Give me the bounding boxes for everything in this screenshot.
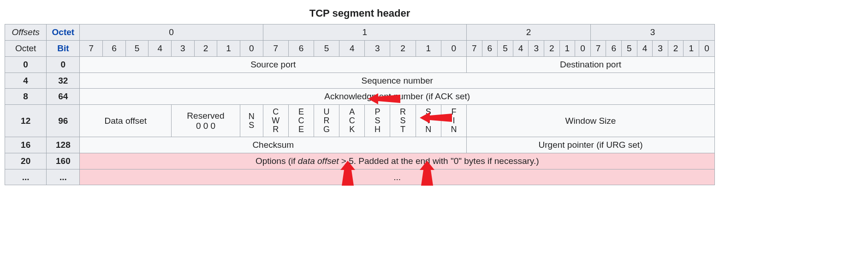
row-12: 12 96 Data offset Reserved 0 0 0 NS CWR … bbox=[5, 105, 715, 137]
flag-ece: ECE bbox=[288, 105, 314, 137]
tcp-header-table: TCP segment header Offsets Octet 0 1 2 3… bbox=[5, 5, 715, 185]
options-text-em: data offset bbox=[298, 156, 339, 166]
bit-col: 6 bbox=[103, 40, 126, 56]
octet-offset: ... bbox=[5, 169, 47, 185]
hdr-bit-link: Bit bbox=[47, 40, 80, 56]
bit-col: 2 bbox=[390, 40, 416, 56]
hdr-octet-0: 0 bbox=[80, 24, 263, 41]
octet-offset: 16 bbox=[5, 137, 47, 153]
field-sequence-number: Sequence number bbox=[80, 73, 715, 89]
bit-col: 2 bbox=[668, 40, 684, 56]
bit-offset: 32 bbox=[47, 73, 80, 89]
row-8: 8 64 Acknowledgment number (if ACK set) bbox=[5, 89, 715, 105]
hdr-octet: Octet bbox=[5, 40, 47, 56]
row-16: 16 128 Checksum Urgent pointer (if URG s… bbox=[5, 137, 715, 153]
field-options-cont: ... bbox=[80, 169, 715, 185]
bit-col: 0 bbox=[699, 40, 715, 56]
bit-col: 5 bbox=[622, 40, 637, 56]
field-urgent-pointer: Urgent pointer (if URG set) bbox=[467, 137, 715, 153]
flag-syn: SYN bbox=[416, 105, 441, 137]
bit-offset: 160 bbox=[47, 153, 80, 169]
reserved-label: Reserved bbox=[172, 111, 239, 121]
flag-cwr: CWR bbox=[263, 105, 288, 137]
bit-col: 7 bbox=[467, 40, 482, 56]
bit-col: 3 bbox=[365, 40, 390, 56]
hdr-octet-3: 3 bbox=[590, 24, 714, 41]
bit-offset: 64 bbox=[47, 89, 80, 105]
bit-col: 4 bbox=[339, 40, 365, 56]
field-source-port: Source port bbox=[80, 56, 467, 73]
row-20: 20 160 Options (if data offset > 5. Padd… bbox=[5, 153, 715, 169]
bit-col: 0 bbox=[441, 40, 466, 56]
row-4: 4 32 Sequence number bbox=[5, 73, 715, 89]
bit-col: 7 bbox=[80, 40, 103, 56]
bit-col: 5 bbox=[125, 40, 149, 56]
bit-col: 2 bbox=[194, 40, 217, 56]
bit-col: 3 bbox=[529, 40, 544, 56]
octet-offset: 4 bbox=[5, 73, 47, 89]
row-0: 0 0 Source port Destination port bbox=[5, 56, 715, 73]
header-row-1: Offsets Octet 0 1 2 3 bbox=[5, 24, 715, 41]
flag-fin: FIN bbox=[441, 105, 466, 137]
tcp-header-diagram: TCP segment header Offsets Octet 0 1 2 3… bbox=[5, 5, 715, 185]
bit-col: 2 bbox=[544, 40, 559, 56]
reserved-bits: 0 0 0 bbox=[172, 121, 239, 131]
octet-offset: 8 bbox=[5, 89, 47, 105]
bit-link[interactable]: Bit bbox=[57, 43, 69, 53]
bit-offset: ... bbox=[47, 169, 80, 185]
field-data-offset: Data offset bbox=[80, 105, 172, 137]
field-options: Options (if data offset > 5. Padded at t… bbox=[80, 153, 715, 169]
octet-offset: 20 bbox=[5, 153, 47, 169]
bit-col: 1 bbox=[559, 40, 575, 56]
bit-col: 6 bbox=[288, 40, 314, 56]
octet-offset: 0 bbox=[5, 56, 47, 73]
header-row-2: Octet Bit 7 6 5 4 3 2 1 0 7 6 5 4 3 2 1 … bbox=[5, 40, 715, 56]
bit-col: 4 bbox=[513, 40, 529, 56]
hdr-offsets: Offsets bbox=[5, 24, 47, 41]
bit-col: 5 bbox=[314, 40, 339, 56]
bit-col: 6 bbox=[606, 40, 622, 56]
bit-offset: 128 bbox=[47, 137, 80, 153]
bit-col: 5 bbox=[498, 40, 513, 56]
field-destination-port: Destination port bbox=[467, 56, 715, 73]
field-reserved: Reserved 0 0 0 bbox=[172, 105, 240, 137]
bit-col: 3 bbox=[172, 40, 195, 56]
flag-psh: PSH bbox=[365, 105, 390, 137]
octet-link[interactable]: Octet bbox=[52, 27, 75, 37]
bit-offset: 96 bbox=[47, 105, 80, 137]
hdr-octet-1: 1 bbox=[263, 24, 466, 41]
bit-col: 1 bbox=[217, 40, 240, 56]
bit-col: 1 bbox=[416, 40, 441, 56]
bit-col: 4 bbox=[149, 40, 172, 56]
table-caption: TCP segment header bbox=[5, 5, 715, 24]
bit-col: 7 bbox=[263, 40, 288, 56]
options-text-post: > 5. Padded at the end with "0" bytes if… bbox=[339, 156, 539, 166]
field-ack-number: Acknowledgment number (if ACK set) bbox=[80, 89, 715, 105]
hdr-octet-2: 2 bbox=[467, 24, 591, 41]
hdr-octet-link: Octet bbox=[47, 24, 80, 41]
flag-ack: ACK bbox=[339, 105, 365, 137]
octet-offset: 12 bbox=[5, 105, 47, 137]
bit-col: 4 bbox=[637, 40, 653, 56]
bit-col: 3 bbox=[653, 40, 668, 56]
bit-col: 0 bbox=[575, 40, 591, 56]
bit-col: 0 bbox=[240, 40, 263, 56]
field-window-size: Window Size bbox=[467, 105, 715, 137]
flag-rst: RST bbox=[390, 105, 416, 137]
flag-ns: NS bbox=[240, 105, 263, 137]
bit-col: 6 bbox=[482, 40, 498, 56]
flag-urg: URG bbox=[314, 105, 339, 137]
row-dots: ... ... ... bbox=[5, 169, 715, 185]
field-checksum: Checksum bbox=[80, 137, 467, 153]
bit-offset: 0 bbox=[47, 56, 80, 73]
options-text-pre: Options (if bbox=[256, 156, 298, 166]
bit-col: 1 bbox=[684, 40, 699, 56]
bit-col: 7 bbox=[590, 40, 606, 56]
